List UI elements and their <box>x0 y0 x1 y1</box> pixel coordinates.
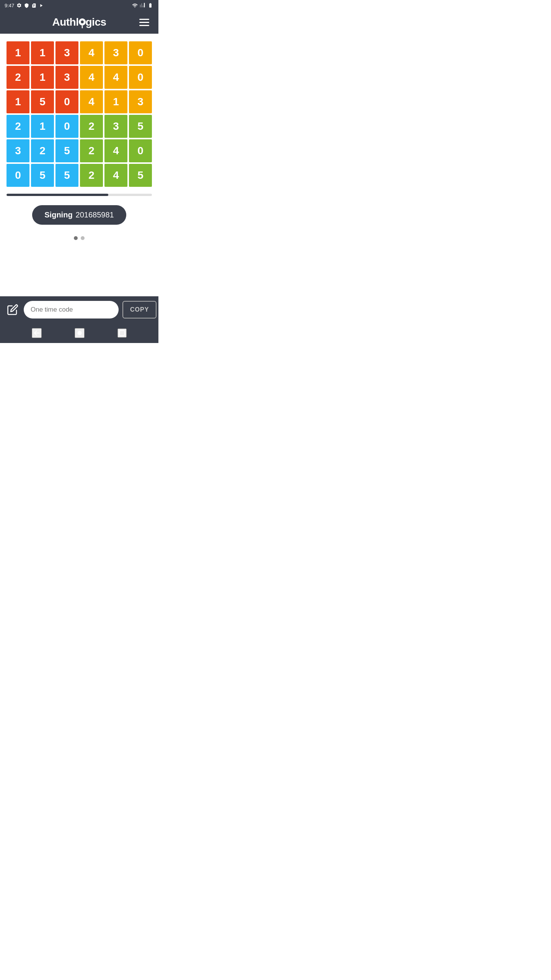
home-icon <box>75 329 84 337</box>
grid-cell-27: 2 <box>80 139 103 162</box>
logo-text-2: gics <box>86 16 106 28</box>
time-display: 9:47 <box>5 3 14 8</box>
logo-pin <box>79 16 86 28</box>
progress-bar-fill <box>7 194 108 196</box>
logo-pin-icon <box>78 18 86 28</box>
grid-cell-28: 4 <box>104 139 127 162</box>
grid-cell-22: 3 <box>104 115 127 138</box>
grid-cell-8: 3 <box>55 66 78 89</box>
pen-icon <box>7 304 18 315</box>
grid-cell-23: 5 <box>129 115 152 138</box>
grid-cell-31: 5 <box>31 164 54 187</box>
status-bar: 9:47 <box>0 0 158 11</box>
grid-cell-2: 3 <box>55 41 78 64</box>
grid-cell-35: 5 <box>129 164 152 187</box>
grid-cell-14: 0 <box>55 90 78 113</box>
android-nav-bar <box>0 323 158 343</box>
grid-cell-16: 1 <box>104 90 127 113</box>
hamburger-line-3 <box>139 25 149 26</box>
wifi-icon <box>132 3 138 8</box>
signing-code: 201685981 <box>76 211 114 219</box>
copy-button[interactable]: COPY <box>122 301 156 318</box>
grid-cell-30: 0 <box>7 164 29 187</box>
otp-input[interactable] <box>24 301 119 318</box>
grid-cell-25: 2 <box>31 139 54 162</box>
signal-icon <box>140 3 145 8</box>
grid-cell-15: 4 <box>80 90 103 113</box>
grid-cell-21: 2 <box>80 115 103 138</box>
battery-icon <box>147 3 154 8</box>
grid-cell-11: 0 <box>129 66 152 89</box>
nav-bar: Authl gics <box>0 11 158 34</box>
shield-icon <box>24 3 29 8</box>
settings-icon <box>16 3 22 8</box>
svg-point-3 <box>78 331 82 335</box>
grid-cell-26: 5 <box>55 139 78 162</box>
app-logo: Authl gics <box>52 16 106 28</box>
nav-home-button[interactable] <box>75 328 85 338</box>
grid-cell-9: 4 <box>80 66 103 89</box>
grid-cell-20: 0 <box>55 115 78 138</box>
signing-badge: Signing 201685981 <box>32 205 126 225</box>
nav-recent-button[interactable] <box>117 328 127 338</box>
grid-cell-1: 1 <box>31 41 54 64</box>
nav-back-button[interactable] <box>32 328 42 338</box>
play-icon <box>39 3 44 8</box>
progress-bar-container <box>7 194 152 196</box>
grid-cell-4: 3 <box>104 41 127 64</box>
recent-icon <box>118 329 126 337</box>
pagination-dots <box>74 236 85 240</box>
pagination-dot-1 <box>74 236 78 240</box>
grid-cell-12: 1 <box>7 90 29 113</box>
grid-cell-29: 0 <box>129 139 152 162</box>
grid-cell-10: 4 <box>104 66 127 89</box>
signing-label: Signing <box>44 211 72 219</box>
grid-cell-6: 2 <box>7 66 29 89</box>
grid-cell-17: 3 <box>129 90 152 113</box>
grid-cell-33: 2 <box>80 164 103 187</box>
back-icon <box>33 329 41 337</box>
grid-cell-3: 4 <box>80 41 103 64</box>
pagination-dot-2 <box>81 236 85 240</box>
svg-point-1 <box>81 20 83 23</box>
auth-grid: 113430213440150413210235325240055245 <box>7 41 152 187</box>
pen-icon-button[interactable] <box>5 302 20 317</box>
hamburger-line-2 <box>139 22 149 23</box>
grid-cell-32: 5 <box>55 164 78 187</box>
bottom-bar: COPY <box>0 296 158 323</box>
svg-rect-4 <box>119 330 124 335</box>
hamburger-line-1 <box>139 19 149 20</box>
grid-cell-0: 1 <box>7 41 29 64</box>
grid-cell-34: 4 <box>104 164 127 187</box>
hamburger-menu-button[interactable] <box>136 16 152 29</box>
main-content: 113430213440150413210235325240055245 Sig… <box>0 34 158 296</box>
status-left: 9:47 <box>5 3 44 8</box>
status-right <box>132 3 154 8</box>
grid-cell-19: 1 <box>31 115 54 138</box>
grid-cell-13: 5 <box>31 90 54 113</box>
grid-cell-24: 3 <box>7 139 29 162</box>
sim-icon <box>31 3 36 8</box>
grid-cell-18: 2 <box>7 115 29 138</box>
grid-cell-7: 1 <box>31 66 54 89</box>
logo-text: Authl <box>52 16 78 28</box>
grid-cell-5: 0 <box>129 41 152 64</box>
